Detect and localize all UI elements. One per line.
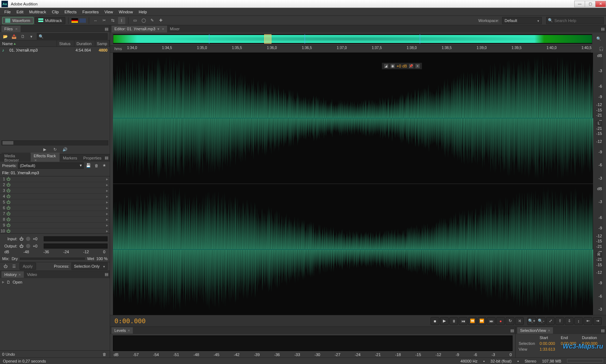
hud-pan-icon[interactable]: ◉ — [390, 63, 395, 69]
timecode-display[interactable]: 0:00.000 — [114, 317, 215, 325]
hud-volume-icon[interactable]: ◢ — [384, 63, 389, 69]
effect-slot[interactable]: 5⏻▸ — [0, 199, 110, 205]
editor-panel-menu[interactable]: ▤ — [601, 27, 606, 31]
minimize-button[interactable]: — — [574, 1, 585, 7]
process-select[interactable]: Selection Only — [71, 263, 108, 270]
open-file-icon[interactable]: 📂 — [2, 34, 9, 39]
delete-history-icon[interactable]: 🗑 — [101, 351, 108, 357]
col-status[interactable]: Status — [57, 40, 74, 47]
zoom-selection-out-icon[interactable]: ⇥ — [593, 317, 602, 325]
move-tool[interactable]: ↔ — [92, 17, 99, 24]
zoom-out-amp-icon[interactable]: ⇩ — [565, 317, 574, 325]
overview-waveform[interactable]: 🔍 — [113, 34, 592, 44]
rack-list-icon[interactable]: ☰ — [11, 263, 17, 269]
view-start[interactable]: 1:33.613 — [540, 347, 561, 353]
col-sample[interactable]: Samp — [95, 40, 110, 47]
menu-help[interactable]: Help — [136, 9, 150, 15]
effect-slot[interactable]: 3⏻▸ — [0, 188, 110, 194]
rewind-button[interactable]: ⏪ — [468, 317, 477, 325]
zoom-in-time-icon[interactable]: 🔍+ — [527, 317, 536, 325]
power-icon[interactable]: ⏻ — [6, 183, 12, 187]
file-row[interactable]: ♪ 01. Улетай.mp3 4:54.864 4800 — [0, 47, 110, 53]
output-gain-knob[interactable] — [26, 244, 31, 249]
files-filter-input[interactable]: 🔍 — [37, 33, 108, 40]
tab-markers[interactable]: Markers — [60, 155, 80, 161]
headphones-icon[interactable]: 🎧 — [599, 47, 604, 51]
selview-panel-menu[interactable]: ▤ — [601, 328, 606, 333]
goto-start-button[interactable]: ⏮ — [459, 317, 467, 325]
zoom-out-time-icon[interactable]: 🔍- — [537, 317, 545, 325]
menu-window[interactable]: Window — [116, 9, 136, 15]
menu-favorites[interactable]: Favorites — [79, 9, 101, 15]
menu-file[interactable]: File — [1, 9, 14, 15]
marquee-tool[interactable]: ▭ — [131, 17, 139, 24]
favorite-preset-icon[interactable]: ★ — [101, 163, 108, 168]
flag-icon-de[interactable] — [71, 18, 78, 23]
slip-tool[interactable]: ⇆ — [109, 17, 117, 24]
play-preview-icon[interactable]: ▶ — [42, 147, 48, 153]
power-icon[interactable]: ⏻ — [6, 206, 12, 210]
help-search[interactable]: 🔍 — [546, 17, 604, 24]
save-preset-icon[interactable]: 💾 — [85, 163, 92, 168]
delete-preset-icon[interactable]: 🗑 — [93, 163, 100, 168]
tab-levels[interactable]: Levels × — [112, 327, 133, 334]
tab-video[interactable]: Video — [24, 271, 40, 278]
selection-duration[interactable]: 0:00.000 — [582, 341, 603, 347]
effects-panel-menu[interactable]: ▤ — [105, 155, 110, 160]
effect-slot[interactable]: 8⏻▸ — [0, 217, 110, 223]
selection-start[interactable]: 0:00.000 — [540, 341, 561, 347]
power-icon[interactable]: ⏻ — [6, 211, 12, 216]
overview-viewport[interactable] — [264, 34, 271, 44]
multitrack-view-button[interactable]: Multitrack — [35, 17, 65, 24]
menu-edit[interactable]: Edit — [14, 9, 26, 15]
forward-button[interactable]: ⏩ — [478, 317, 486, 325]
history-panel-menu[interactable]: ▤ — [105, 272, 110, 277]
power-icon[interactable]: ⏻ — [19, 244, 23, 248]
menu-effects[interactable]: Effects — [62, 9, 79, 15]
loop-button[interactable]: ↻ — [506, 317, 514, 325]
tab-files[interactable]: Files × — [1, 26, 21, 32]
import-file-icon[interactable]: 📥 — [11, 34, 17, 39]
time-selection-tool[interactable]: I — [118, 17, 125, 24]
col-name[interactable]: Name ▴ — [0, 40, 57, 47]
tab-mixer[interactable]: Mixer — [167, 26, 183, 32]
effect-slot[interactable]: 6⏻▸ — [0, 205, 110, 211]
tab-editor[interactable]: Editor: 01. Улетай.mp3 ▾ × — [112, 26, 167, 32]
apply-button[interactable]: Apply — [19, 263, 36, 270]
power-icon[interactable]: ⏻ — [6, 194, 12, 198]
zoom-selection-in-icon[interactable]: ⇤ — [584, 317, 592, 325]
time-ruler[interactable]: hms 1:34,01:34,51:35,01:35,51:36,01:36,5… — [110, 45, 591, 53]
lasso-tool[interactable]: ◯ — [140, 17, 147, 24]
effect-slot[interactable]: 10⏻▸ — [0, 228, 110, 234]
tab-properties[interactable]: Properties — [80, 155, 104, 161]
effect-slot[interactable]: 9⏻▸ — [0, 223, 110, 228]
history-item[interactable]: ▹ 🗋 Open — [2, 279, 108, 285]
view-duration[interactable] — [582, 347, 603, 353]
effect-slot[interactable]: 1⏻▸ — [0, 176, 110, 182]
files-scrollbar[interactable] — [1, 140, 108, 145]
power-icon[interactable]: ⏻ — [6, 217, 12, 222]
zoom-reset-time-icon[interactable]: ⤢ — [546, 317, 555, 325]
effect-slot[interactable]: 2⏻▸ — [0, 182, 110, 188]
zoom-reset-amp-icon[interactable]: ↕ — [574, 317, 583, 325]
effect-slot[interactable]: 7⏻▸ — [0, 211, 110, 217]
menu-clip[interactable]: Clip — [49, 9, 62, 15]
power-icon[interactable]: ⏻ — [19, 237, 23, 241]
help-search-input[interactable] — [554, 18, 602, 23]
waveform-display[interactable]: ◢ ◉ +0 dB 📌 × — [113, 53, 593, 315]
razor-tool[interactable]: ✂ — [101, 17, 108, 24]
maximize-button[interactable]: ▢ — [585, 1, 596, 7]
rack-power-icon[interactable]: ⏻ — [2, 263, 9, 269]
zoom-full-icon[interactable]: 🔍 — [596, 36, 603, 43]
skip-selection-button[interactable]: ⤮ — [515, 317, 524, 325]
stop-button[interactable]: ■ — [431, 317, 439, 325]
pause-button[interactable]: ⏸ — [449, 317, 458, 325]
menu-multitrack[interactable]: Multitrack — [26, 9, 49, 15]
hud-controls[interactable]: ◢ ◉ +0 dB 📌 × — [382, 63, 422, 69]
close-selected-icon[interactable]: ▾ — [28, 34, 35, 39]
autoplay-icon[interactable]: 🔊 — [62, 147, 68, 153]
hud-pin-icon[interactable]: 📌 — [409, 63, 414, 69]
new-file-icon[interactable]: 🗋 — [19, 34, 26, 39]
loop-preview-icon[interactable]: ↻ — [52, 147, 58, 153]
files-panel-menu[interactable]: ▤ — [105, 27, 110, 31]
